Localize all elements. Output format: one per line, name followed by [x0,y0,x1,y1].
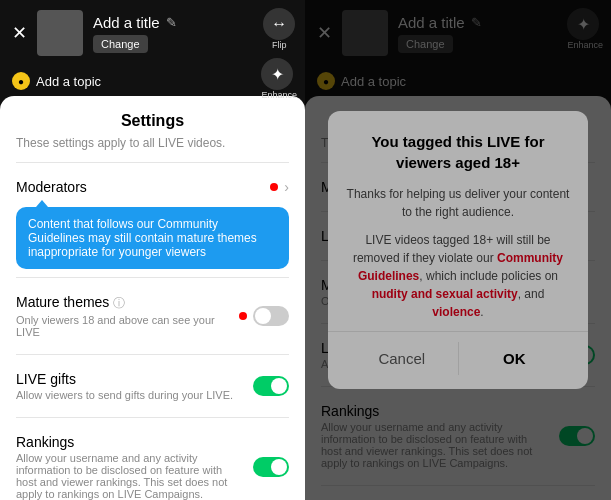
moderators-controls: › [270,179,289,195]
modal-overlay: You tagged this LIVE for viewers aged 18… [305,0,611,500]
divider-2 [16,277,289,278]
rankings-row[interactable]: Rankings Allow your username and any act… [16,426,289,500]
mature-help-icon: ⓘ [113,296,125,310]
rankings-toggle[interactable] [253,457,289,477]
enhance-icon: ✦ [261,58,293,90]
rankings-label: Rankings [16,434,243,450]
edit-icon[interactable]: ✎ [166,15,177,30]
camera-controls: ↔ Flip ✦ Enhance [261,8,297,100]
moderators-dot [270,183,278,191]
close-button[interactable]: ✕ [12,22,27,44]
modal-para2-mid: , which include policies on [419,269,558,283]
modal-body-2: LIVE videos tagged 18+ will still be rem… [346,231,570,321]
live-gifts-row[interactable]: LIVE gifts Allow viewers to send gifts d… [16,363,289,409]
tooltip-text: Content that follows our Community Guide… [28,217,257,259]
modal-title: You tagged this LIVE for viewers aged 18… [346,131,570,173]
change-button[interactable]: Change [93,35,148,53]
enhance-label: Enhance [261,90,297,100]
divider-3 [16,354,289,355]
settings-subtitle: These settings apply to all LIVE videos. [16,136,289,150]
mature-dot [239,312,247,320]
rankings-label-area: Rankings Allow your username and any act… [16,434,243,500]
moderators-label: Moderators [16,179,87,195]
modal-para2-end: , and [518,287,545,301]
live-gifts-sub: Allow viewers to send gifts during your … [16,389,233,401]
moderators-row[interactable]: Moderators › [16,171,289,203]
divider-4 [16,417,289,418]
live-gifts-toggle[interactable] [253,376,289,396]
flip-button[interactable]: ↔ Flip [263,8,295,50]
left-top-bar: ✕ Add a title ✎ Change ↔ Flip ✦ Enhance [0,0,305,66]
modal-divider [328,331,588,332]
thumbnail [37,10,83,56]
tooltip-bubble: Content that follows our Community Guide… [16,207,289,269]
modal-actions: Cancel OK [346,342,570,375]
live-gifts-label-area: LIVE gifts Allow viewers to send gifts d… [16,371,233,401]
settings-title: Settings [16,112,289,130]
add-topic-text: Add a topic [36,74,101,89]
moderators-label-area: Moderators [16,179,87,195]
nudity-link[interactable]: nudity and sexual activity [372,287,518,301]
mature-label-area: Mature themes ⓘ Only viewers 18 and abov… [16,294,239,338]
topic-coin-icon: ● [12,72,30,90]
flip-label: Flip [263,40,295,50]
add-topic-row[interactable]: ● Add a topic [0,66,305,96]
divider-1 [16,162,289,163]
modal-cancel-button[interactable]: Cancel [346,342,459,375]
mature-sub: Only viewers 18 and above can see your L… [16,314,239,338]
flip-icon: ↔ [263,8,295,40]
add-title-text: Add a title [93,14,160,31]
right-panel: ✕ Add a title ✎ Change ✦ Enhance ● Add a… [305,0,611,500]
rankings-sub: Allow your username and any activity inf… [16,452,243,500]
modal-body-1: Thanks for helping us deliver your conte… [346,185,570,221]
mature-toggle[interactable] [253,306,289,326]
enhance-button[interactable]: ✦ Enhance [261,58,297,100]
violence-link[interactable]: violence [432,305,480,319]
modal-box: You tagged this LIVE for viewers aged 18… [328,111,588,389]
settings-card: Settings These settings apply to all LIV… [0,96,305,500]
mature-themes-label: Mature themes ⓘ [16,294,239,312]
modal-para2-final: . [480,305,483,319]
left-panel: ✕ Add a title ✎ Change ↔ Flip ✦ Enhance … [0,0,305,500]
modal-ok-button[interactable]: OK [459,342,571,375]
live-gifts-label: LIVE gifts [16,371,233,387]
mature-themes-row[interactable]: Mature themes ⓘ Only viewers 18 and abov… [16,286,289,346]
moderators-chevron: › [284,179,289,195]
mature-controls [239,306,289,326]
